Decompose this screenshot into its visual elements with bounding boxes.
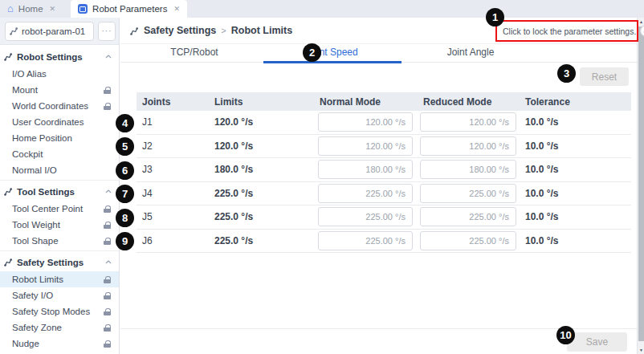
lock-icon — [104, 308, 111, 315]
joint-row-j2: J2120.0 °/s10.0 °/s — [137, 135, 631, 159]
reduced-mode-input[interactable] — [420, 112, 516, 132]
breadcrumb-page: Robot Limits — [231, 25, 292, 36]
content-tab-joint-speed[interactable]: Joint Speed — [263, 44, 401, 62]
parameter-name-input[interactable] — [22, 26, 89, 36]
item-label: I/O Alias — [12, 69, 47, 79]
sidebar-item-mount[interactable]: Mount — [0, 82, 119, 98]
sidebar-item-world-coordinates[interactable]: World Coordinates — [0, 98, 119, 114]
sidebar-section-header-tool-settings[interactable]: Tool Settings — [0, 182, 119, 201]
item-label: Nudge — [12, 339, 39, 348]
normal-mode-input[interactable] — [318, 207, 413, 226]
tab-robot-parameters[interactable]: Robot Parameters ✕ — [71, 0, 187, 18]
joint-row-j5: J5225.0 °/s10.0 °/s — [137, 205, 631, 230]
joint-label: J4 — [137, 188, 198, 199]
normal-mode-input[interactable] — [318, 136, 413, 156]
scroll-up-icon[interactable]: ▲ — [638, 18, 644, 26]
reduced-mode-input[interactable] — [420, 136, 516, 156]
sidebar-item-home-position[interactable]: Home Position — [0, 130, 119, 146]
section-label: Robot Settings — [17, 52, 83, 62]
annotation-circle-9: 9 — [116, 232, 134, 250]
sidebar-section-header-safety-settings[interactable]: Safety Settings — [0, 253, 119, 271]
sidebar-item-nudge[interactable]: Nudge — [0, 336, 119, 352]
close-icon[interactable]: ✕ — [50, 5, 56, 13]
sidebar-section-robot-settings: Robot SettingsI/O AliasMountWorld Coordi… — [0, 47, 119, 178]
column-header-tolerance: Tolerance — [519, 96, 631, 108]
parameter-name-row: ··· — [0, 18, 119, 45]
annotation-circle-4: 4 — [116, 114, 134, 132]
item-label: Safety Stop Modes — [12, 307, 90, 316]
sidebar-item-safety-zone[interactable]: Safety Zone — [0, 319, 119, 336]
section-label: Tool Settings — [17, 187, 75, 197]
sidebar-item-tool-weight[interactable]: Tool Weight — [0, 217, 119, 233]
chevron-up-icon — [105, 55, 112, 59]
reduced-mode-input[interactable] — [420, 207, 516, 226]
lock-icon — [104, 87, 111, 94]
reduced-mode-input[interactable] — [420, 231, 516, 250]
joint-row-j3: J3180.0 °/s10.0 °/s — [137, 158, 631, 182]
limit-value: 120.0 °/s — [198, 116, 313, 128]
normal-mode-input[interactable] — [318, 112, 413, 132]
robot-arm-icon — [10, 26, 18, 35]
sidebar-item-cockpit[interactable]: Cockpit — [0, 146, 119, 162]
lock-icon — [104, 292, 111, 299]
annotation-circle-5: 5 — [116, 137, 134, 156]
breadcrumb-section[interactable]: Safety Settings — [144, 25, 216, 36]
tolerance-value: 10.0 °/s — [519, 235, 631, 246]
column-header-limits: Limits — [198, 96, 313, 108]
sidebar-item-robot-limits[interactable]: Robot Limits — [0, 271, 119, 287]
breadcrumb-separator: > — [221, 26, 226, 35]
section-label: Safety Settings — [17, 258, 84, 267]
normal-mode-input[interactable] — [318, 160, 413, 179]
sidebar-section-header-robot-settings[interactable]: Robot Settings — [0, 47, 119, 66]
content-tab-tcp-robot[interactable]: TCP/Robot — [125, 44, 263, 62]
item-label: World Coordinates — [12, 101, 88, 111]
save-button[interactable]: Save — [567, 332, 627, 352]
scrollbar-thumb[interactable] — [638, 26, 644, 341]
close-icon[interactable]: ✕ — [173, 5, 180, 13]
item-label: Tool Weight — [12, 220, 60, 230]
joint-label: J2 — [137, 140, 198, 152]
tolerance-value: 10.0 °/s — [519, 164, 631, 175]
sidebar-item-safety-stop-modes[interactable]: Safety Stop Modes — [0, 303, 119, 319]
sidebar-item-safety-i-o[interactable]: Safety I/O — [0, 287, 119, 303]
lock-toggle-knob — [641, 26, 644, 36]
item-label: Safety I/O — [12, 291, 53, 300]
annotation-circle-1: 1 — [486, 8, 504, 26]
reset-button[interactable]: Reset — [580, 67, 629, 86]
sidebar-item-tool-center-point[interactable]: Tool Center Point — [0, 201, 119, 217]
item-label: Mount — [12, 85, 38, 95]
reduced-mode-input[interactable] — [420, 160, 516, 179]
item-label: Tool Shape — [12, 236, 59, 246]
lock-icon — [104, 276, 111, 283]
vertical-scrollbar[interactable]: ▲ ▼ — [637, 18, 644, 354]
more-options-button[interactable]: ··· — [98, 22, 116, 41]
item-label: Home Position — [12, 133, 72, 143]
joint-label: J3 — [137, 164, 198, 175]
joint-row-j6: J6225.0 °/s10.0 °/s — [137, 230, 631, 254]
annotation-circle-7: 7 — [116, 185, 134, 203]
lock-icon — [104, 238, 111, 245]
item-label: Tool Center Point — [12, 204, 83, 214]
chevron-up-icon — [105, 260, 112, 264]
column-header-reduced-mode: Reduced Mode — [416, 96, 519, 108]
normal-mode-input[interactable] — [318, 184, 413, 203]
sidebar-item-tool-shape[interactable]: Tool Shape — [0, 233, 119, 249]
sidebar-item-i-o-alias[interactable]: I/O Alias — [0, 66, 119, 82]
table-header-row: JointsLimitsNormal ModeReduced ModeToler… — [137, 92, 631, 111]
scroll-down-icon[interactable]: ▼ — [638, 346, 644, 354]
tolerance-value: 10.0 °/s — [519, 211, 631, 222]
joint-row-j4: J4225.0 °/s10.0 °/s — [137, 182, 631, 206]
content-tab-joint-angle[interactable]: Joint Angle — [401, 44, 540, 62]
normal-mode-input[interactable] — [318, 231, 413, 250]
tab-home-label: Home — [18, 4, 43, 14]
reduced-mode-input[interactable] — [420, 184, 516, 203]
sidebar-item-normal-i-o[interactable]: Normal I/O — [0, 162, 119, 178]
annotation-circle-3: 3 — [557, 64, 576, 83]
lock-settings-callout: Click to lock the parameter settings. — [495, 20, 638, 42]
lock-icon — [104, 340, 111, 348]
sidebar-item-user-coordinates[interactable]: User Coordinates — [0, 114, 119, 130]
joint-label: J1 — [137, 116, 198, 128]
limit-value: 225.0 °/s — [198, 188, 313, 199]
parameter-name-field[interactable] — [5, 22, 94, 41]
tab-home[interactable]: ⌂ Home ✕ — [0, 0, 63, 18]
